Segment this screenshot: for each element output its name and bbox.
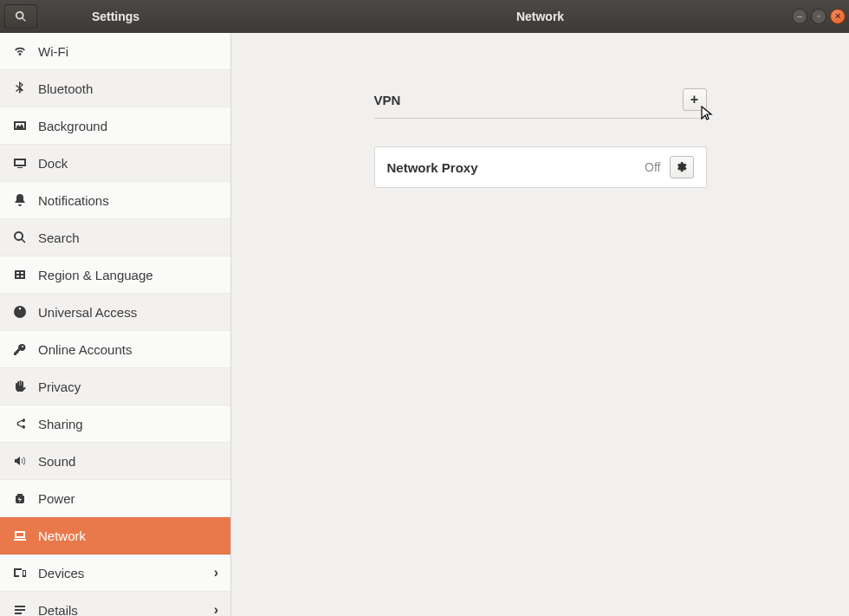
sidebar-item-search[interactable]: Search — [0, 219, 230, 256]
wifi-icon — [12, 43, 28, 59]
sidebar-item-dock[interactable]: Dock — [0, 145, 230, 182]
titlebar: Settings Network – ▫ ✕ — [0, 0, 849, 33]
sidebar-item-background[interactable]: Background — [0, 107, 230, 145]
devices-icon — [12, 565, 28, 580]
sidebar-item-sound[interactable]: Sound — [0, 443, 230, 480]
sidebar-item-online-accounts[interactable]: Online Accounts — [0, 331, 230, 368]
sidebar-item-sharing[interactable]: Sharing — [0, 405, 230, 443]
add-vpn-button[interactable]: + — [683, 88, 707, 111]
gear-icon — [676, 161, 688, 173]
sidebar: Wi-Fi Bluetooth Background Dock Notifica… — [0, 33, 231, 616]
network-proxy-row: Network Proxy Off — [374, 146, 707, 188]
vpn-title: VPN — [374, 93, 683, 107]
chevron-right-icon: › — [214, 602, 218, 616]
sidebar-item-privacy[interactable]: Privacy — [0, 368, 230, 405]
chevron-right-icon: › — [214, 565, 218, 580]
network-icon — [12, 528, 28, 543]
sidebar-item-devices[interactable]: Devices › — [0, 554, 230, 592]
proxy-settings-button[interactable] — [670, 156, 694, 178]
page-title: Network — [231, 0, 849, 33]
sidebar-item-label: Power — [38, 491, 75, 506]
sidebar-item-label: Region & Language — [38, 268, 153, 282]
vpn-divider — [374, 118, 707, 119]
maximize-button[interactable]: ▫ — [811, 9, 826, 24]
sidebar-item-wifi[interactable]: Wi-Fi — [0, 33, 230, 70]
sidebar-item-universal-access[interactable]: Universal Access — [0, 294, 230, 331]
details-icon — [12, 602, 28, 616]
sidebar-item-label: Sound — [38, 454, 75, 469]
sidebar-item-label: Online Accounts — [38, 342, 132, 357]
sidebar-item-label: Wi-Fi — [38, 44, 68, 59]
sidebar-item-details[interactable]: Details › — [0, 592, 230, 616]
sidebar-item-label: Search — [38, 230, 80, 245]
vpn-section-header: VPN + — [374, 85, 707, 114]
search-icon — [12, 230, 28, 245]
sidebar-item-region-language[interactable]: Region & Language — [0, 256, 230, 294]
key-icon — [12, 341, 28, 357]
search-button[interactable] — [4, 4, 37, 29]
sidebar-item-power[interactable]: Power — [0, 480, 230, 517]
sidebar-item-label: Dock — [38, 156, 68, 171]
sidebar-item-label: Privacy — [38, 379, 81, 394]
sidebar-item-label: Bluetooth — [38, 81, 93, 96]
sidebar-item-network[interactable]: Network — [0, 517, 230, 554]
sidebar-item-notifications[interactable]: Notifications — [0, 182, 230, 219]
bell-icon — [12, 192, 28, 208]
minimize-button[interactable]: – — [792, 9, 807, 24]
search-icon — [15, 10, 27, 23]
proxy-title: Network Proxy — [387, 160, 645, 175]
sidebar-item-label: Background — [38, 119, 107, 133]
bluetooth-icon — [12, 81, 28, 96]
power-icon — [12, 490, 28, 506]
main-panel: VPN + Network Proxy Off — [231, 33, 849, 616]
sidebar-item-bluetooth[interactable]: Bluetooth — [0, 70, 230, 107]
globe-icon — [12, 267, 28, 282]
close-button[interactable]: ✕ — [830, 9, 846, 24]
dock-icon — [12, 155, 28, 171]
sidebar-item-label: Details — [38, 603, 78, 617]
share-icon — [12, 416, 28, 431]
proxy-status: Off — [645, 160, 660, 174]
window-controls: – ▫ ✕ — [792, 0, 846, 33]
speaker-icon — [12, 453, 28, 469]
sidebar-item-label: Universal Access — [38, 305, 137, 320]
sidebar-item-label: Network — [38, 528, 86, 543]
sidebar-item-label: Sharing — [38, 417, 83, 431]
access-icon — [12, 304, 28, 320]
background-icon — [12, 118, 28, 133]
sidebar-item-label: Devices — [38, 566, 84, 580]
hand-icon — [12, 379, 28, 394]
sidebar-item-label: Notifications — [38, 193, 109, 208]
